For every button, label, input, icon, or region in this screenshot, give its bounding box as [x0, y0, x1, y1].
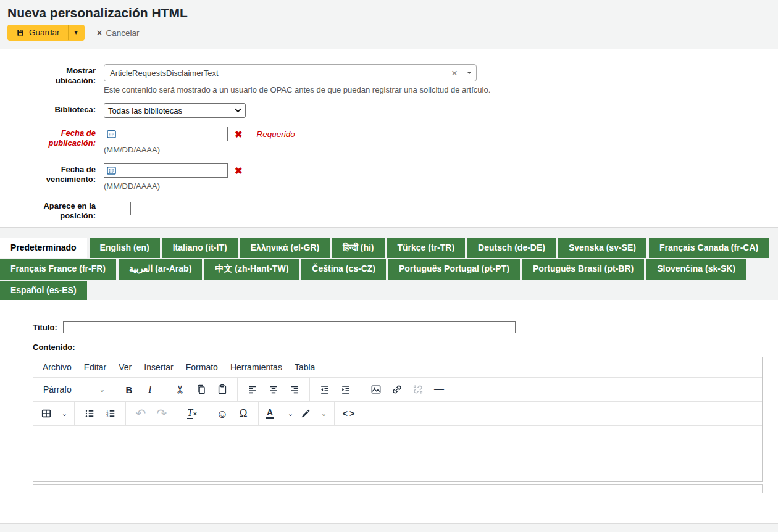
clear-formatting-button[interactable]: T× — [182, 403, 203, 424]
cancel-x-icon: ✕ — [96, 28, 103, 38]
omega-icon: Ω — [240, 407, 248, 420]
menu-formato[interactable]: Formato — [180, 359, 224, 375]
emoji-icon: ☺ — [216, 408, 228, 420]
tab-hindi-hi[interactable]: हिन्दी (hi) — [332, 238, 384, 258]
unlink-button[interactable] — [408, 379, 429, 400]
tab-turkish-tr[interactable]: Türkçe (tr-TR) — [387, 238, 466, 258]
emoji-button[interactable]: ☺ — [212, 403, 233, 424]
code-icon: <> — [343, 409, 356, 418]
cut-button[interactable]: ✂ — [170, 379, 191, 400]
tab-chinese-zh[interactable]: 中文 (zh-Hant-TW) — [204, 259, 299, 280]
position-input[interactable] — [104, 202, 131, 215]
align-center-button[interactable] — [263, 379, 284, 400]
tab-spanish-es[interactable]: Español (es-ES) — [0, 281, 87, 300]
expiration-date-input[interactable] — [104, 163, 228, 178]
bullet-list-button[interactable] — [79, 403, 100, 424]
menu-tabla[interactable]: Tabla — [288, 359, 321, 375]
numbered-list-button[interactable]: 123 — [100, 403, 121, 424]
chevron-down-icon: ⌄ — [321, 410, 327, 418]
select-dropdown-arrow[interactable] — [462, 65, 476, 81]
highlight-color-button[interactable]: ⌄ — [296, 403, 330, 424]
title-label: Título: — [33, 323, 57, 332]
tab-german-de[interactable]: Deutsch (de-DE) — [467, 238, 556, 258]
menu-insertar[interactable]: Insertar — [138, 359, 179, 375]
language-tabs: Predeterminado English (en) Italiano (it… — [0, 227, 778, 300]
redo-button[interactable]: ↷ — [151, 403, 172, 424]
text-color-button[interactable]: A ⌄ — [263, 403, 296, 424]
tab-czech-cs[interactable]: Čeština (cs-CZ) — [301, 259, 386, 280]
title-input[interactable] — [63, 321, 516, 333]
tab-greek-el[interactable]: Ελληνικά (el-GR) — [240, 238, 330, 258]
calendar-icon[interactable] — [107, 130, 116, 138]
align-right-button[interactable] — [284, 379, 305, 400]
align-left-button[interactable] — [242, 379, 263, 400]
italic-button[interactable]: I — [140, 379, 161, 400]
editor-toolbar-row1: Párrafo ⌄ B I ✂ — [33, 378, 762, 402]
menu-archivo[interactable]: Archivo — [36, 359, 78, 375]
bold-button[interactable]: B — [119, 379, 140, 400]
clear-formatting-x: × — [193, 410, 197, 417]
tab-french-fr[interactable]: Français France (fr-FR) — [0, 259, 116, 280]
tab-swedish-sv[interactable]: Svenska (sv-SE) — [558, 238, 646, 258]
editor-content-area[interactable] — [33, 426, 762, 481]
unlink-icon — [412, 383, 424, 396]
horizontal-rule-icon: — — [434, 384, 444, 395]
paste-button[interactable] — [212, 379, 233, 400]
menu-ver[interactable]: Ver — [112, 359, 138, 375]
save-button[interactable]: Guardar — [7, 25, 69, 41]
display-location-label: Mostrar ubicación: — [34, 66, 96, 86]
tab-french-ca[interactable]: Français Canada (fr-CA) — [649, 238, 769, 258]
library-select[interactable]: Todas las bibliotecas — [104, 103, 246, 118]
display-location-select[interactable]: ArticleRequestsDisclaimerText × — [104, 64, 477, 81]
save-icon — [16, 28, 25, 37]
save-dropdown-toggle[interactable]: ▾ — [69, 25, 85, 41]
menu-herramientas[interactable]: Herramientas — [224, 359, 288, 375]
clear-selection-icon[interactable]: × — [447, 68, 462, 78]
clear-date-icon[interactable]: ✖ — [235, 130, 243, 139]
cut-icon: ✂ — [174, 384, 187, 394]
caret-down-icon: ▾ — [75, 30, 78, 36]
action-toolbar: Guardar ▾ ✕ Cancelar — [0, 25, 778, 41]
tab-portuguese-br[interactable]: Português Brasil (pt-BR) — [522, 259, 644, 280]
undo-button[interactable]: ↶ — [130, 403, 151, 424]
clear-formatting-icon: T — [187, 408, 193, 419]
indent-button[interactable] — [335, 379, 356, 400]
paragraph-format-select[interactable]: Párrafo ⌄ — [38, 379, 109, 400]
position-row: Aparece en la posición: — [0, 199, 778, 221]
copy-icon — [195, 383, 207, 396]
editor-statusbar — [33, 484, 763, 493]
align-left-icon — [246, 383, 259, 396]
tab-italiano-it[interactable]: Italiano (it-IT) — [162, 238, 238, 258]
link-icon — [391, 383, 403, 396]
display-location-help: Este contenido será mostrado a un usuari… — [104, 85, 490, 94]
clear-date-icon[interactable]: ✖ — [235, 166, 243, 175]
tab-predeterminado[interactable]: Predeterminado — [0, 238, 87, 258]
redo-icon: ↷ — [157, 407, 167, 420]
copy-button[interactable] — [191, 379, 212, 400]
editor-toolbar-row2: ⌄ 123 ↶ ↷ — [33, 402, 762, 426]
insert-table-button[interactable]: ⌄ — [38, 403, 70, 424]
outdent-button[interactable] — [314, 379, 335, 400]
undo-icon: ↶ — [136, 407, 146, 420]
tab-english-en[interactable]: English (en) — [90, 238, 160, 258]
align-center-icon — [267, 383, 280, 396]
tab-slovak-sk[interactable]: Slovenčina (sk-SK) — [646, 259, 746, 280]
calendar-icon[interactable] — [107, 166, 116, 175]
tab-arabic-ar[interactable]: العربية (ar-Arab) — [119, 259, 202, 280]
rich-text-editor: Archivo Editar Ver Insertar Formato Herr… — [33, 357, 763, 482]
insert-link-button[interactable] — [387, 379, 408, 400]
tab-portuguese-pt[interactable]: Português Portugal (pt-PT) — [388, 259, 520, 280]
horizontal-rule-button[interactable]: — — [429, 379, 450, 400]
chevron-down-icon: ⌄ — [62, 410, 67, 418]
insert-image-button[interactable] — [366, 379, 387, 400]
special-character-button[interactable]: Ω — [233, 403, 254, 424]
expiration-date-format-hint: (MM/DD/AAAA) — [104, 181, 243, 191]
content-label: Contenido: — [33, 343, 778, 352]
publication-date-input[interactable] — [104, 127, 228, 141]
source-code-button[interactable]: <> — [339, 403, 360, 424]
menu-editar[interactable]: Editar — [78, 359, 113, 375]
editor-menubar: Archivo Editar Ver Insertar Formato Herr… — [33, 357, 762, 378]
paste-icon — [216, 383, 228, 396]
cancel-button[interactable]: ✕ Cancelar — [96, 28, 140, 38]
outdent-icon — [319, 383, 331, 396]
